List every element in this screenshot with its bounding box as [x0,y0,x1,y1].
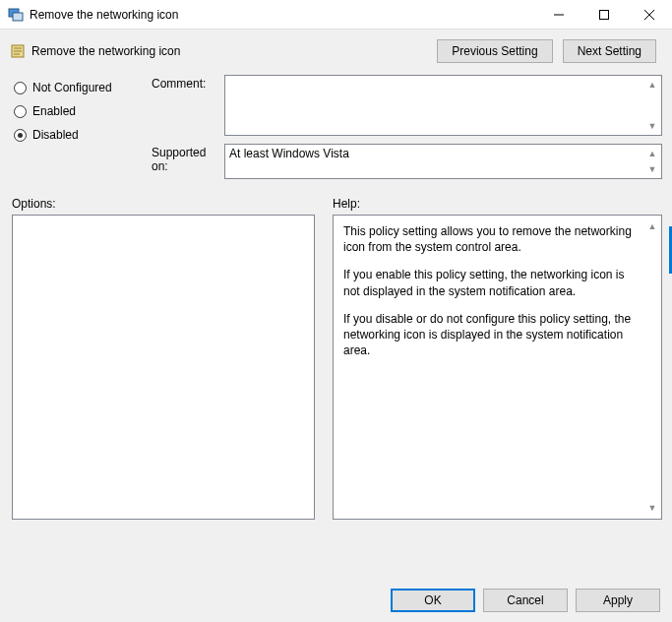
scroll-down-icon[interactable]: ▼ [645,119,659,133]
comment-label: Comment: [152,75,224,91]
content-area: Remove the networking icon Previous Sett… [0,30,672,622]
supported-label: Supported on: [152,144,224,173]
title-bar: Remove the networking icon [0,0,672,30]
close-button[interactable] [627,0,672,30]
policy-icon [10,43,26,59]
scroll-down-icon[interactable]: ▼ [645,162,659,176]
radio-not-configured[interactable]: Not Configured [14,81,140,94]
previous-setting-button[interactable]: Previous Setting [437,39,552,63]
radio-label: Disabled [32,128,79,142]
next-setting-button[interactable]: Next Setting [563,39,656,63]
help-text: If you disable or do not configure this … [343,311,640,359]
cancel-button[interactable]: Cancel [483,589,568,612]
scroll-up-icon[interactable]: ▲ [645,147,659,160]
supported-value: At least Windows Vista [229,147,349,160]
radio-label: Enabled [32,104,76,118]
radio-label: Not Configured [32,81,112,94]
scroll-up-icon[interactable]: ▲ [645,219,659,233]
app-icon [8,7,24,23]
maximize-button[interactable] [581,0,627,30]
svg-rect-1 [13,13,23,21]
scroll-up-icon[interactable]: ▲ [645,78,659,92]
radio-icon [14,129,27,142]
header-row: Remove the networking icon Previous Sett… [0,30,672,69]
radio-enabled[interactable]: Enabled [14,104,140,118]
minimize-button[interactable] [536,0,581,30]
radio-icon [14,82,27,94]
radio-icon [14,105,27,118]
state-radios: Not Configured Enabled Disabled [14,75,140,187]
window-title: Remove the networking icon [30,8,536,22]
radio-disabled[interactable]: Disabled [14,128,140,142]
help-text: This policy setting allows you to remove… [343,223,640,255]
policy-name: Remove the networking icon [31,44,437,58]
options-panel [12,215,315,520]
scroll-down-icon[interactable]: ▼ [645,501,659,515]
dialog-footer: OK Cancel Apply [391,589,660,612]
help-text: If you enable this policy setting, the n… [343,267,640,298]
help-panel: This policy setting allows you to remove… [333,215,662,520]
svg-rect-3 [600,10,609,19]
apply-button[interactable]: Apply [576,589,660,612]
options-label: Options: [12,197,315,211]
comment-textarea[interactable]: ▲ ▼ [224,75,662,136]
ok-button[interactable]: OK [391,589,475,612]
supported-on-box: At least Windows Vista ▲ ▼ [224,144,662,179]
help-label: Help: [333,197,360,211]
